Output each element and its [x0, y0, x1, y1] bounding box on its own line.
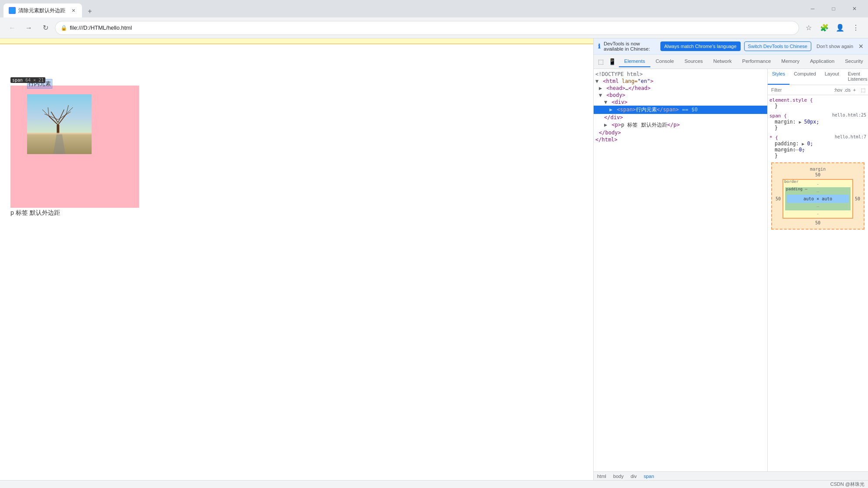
- active-tab[interactable]: 🌐 清除元素默认外边距 ✕: [3, 3, 82, 17]
- switch-language-button[interactable]: Switch DevTools to Chinese: [744, 41, 811, 51]
- window-controls: ─ □ ✕: [803, 2, 865, 16]
- tree-line-doctype[interactable]: <!DOCTYPE html>: [594, 71, 767, 78]
- style-rule-star: * { hello.html:7 padding: ▶ 0; margin: 0…: [769, 134, 866, 159]
- expand-icon: ▼: [595, 78, 600, 84]
- tab-console[interactable]: Console: [650, 56, 679, 67]
- breadcrumb-div[interactable]: div: [631, 474, 637, 479]
- tab-sources[interactable]: Sources: [679, 56, 708, 67]
- span-file: hello.html:25: [832, 113, 866, 117]
- border-dash-bottom: -: [785, 211, 851, 216]
- new-tab-button[interactable]: +: [84, 5, 96, 17]
- inspect-element-icon[interactable]: ⬚: [595, 55, 606, 69]
- border-label: border: [784, 179, 799, 184]
- tab-performance[interactable]: Performance: [737, 56, 776, 67]
- span-margin-prop: margin: ▶ 50px;: [769, 119, 866, 125]
- tree-line-html[interactable]: ▼ <html lang="en">: [594, 78, 767, 85]
- styles-filter: :hov .cls + ⬚: [768, 85, 868, 95]
- subtab-layout[interactable]: Layout: [820, 69, 844, 85]
- notification-close-button[interactable]: ✕: [858, 43, 864, 50]
- filter-input[interactable]: [770, 86, 832, 93]
- margin-prop-name: margin:: [775, 119, 796, 125]
- html-close-tag: </html>: [595, 137, 618, 143]
- margin-val: 50px;: [804, 119, 819, 125]
- element-label: span 64 × 21: [10, 77, 45, 83]
- tree-line-body[interactable]: ▼ <body>: [594, 92, 767, 99]
- expand-icon: ▶: [604, 122, 608, 128]
- extension-icon[interactable]: 🧩: [817, 21, 831, 35]
- padding-triangle: ▶: [802, 141, 807, 146]
- tree-line-div-close[interactable]: </div>: [594, 114, 767, 121]
- tab-strip: 🌐 清除元素默认外边距 ✕ +: [3, 0, 803, 17]
- margin-top-val: 50: [776, 172, 860, 177]
- add-style-icon[interactable]: +: [851, 86, 858, 94]
- margin-triangle: ▶: [799, 120, 804, 124]
- breadcrumb-html[interactable]: html: [597, 474, 606, 479]
- refresh-button[interactable]: ↻: [38, 21, 52, 35]
- svg-rect-3: [57, 125, 59, 134]
- tab-security[interactable]: Security: [840, 56, 868, 67]
- profile-icon[interactable]: 👤: [833, 21, 847, 35]
- address-bar[interactable]: 🔒 file:///D:/HTML/hello.html: [55, 21, 799, 35]
- padding-prop: padding: ▶ 0;: [769, 141, 866, 147]
- html-tag: <html: [603, 78, 619, 84]
- tab-application[interactable]: Application: [805, 56, 840, 67]
- maximize-button[interactable]: □: [824, 2, 844, 16]
- dont-show-again-text[interactable]: Don't show again: [817, 44, 853, 49]
- bookmark-icon[interactable]: ☆: [802, 21, 816, 35]
- margin-right-val: 50: [855, 196, 860, 201]
- browser-statusbar: CSDN @林珠光: [0, 480, 868, 488]
- tree-line-span[interactable]: ▶ <span>行内元素</span> == $0: [594, 106, 767, 114]
- tree-line-html-close[interactable]: </html>: [594, 136, 767, 143]
- head-tag: <head>: [606, 85, 625, 91]
- body-close-tag: </body>: [599, 130, 621, 136]
- new-stylesheet-icon[interactable]: ⬚: [859, 86, 867, 94]
- forward-button[interactable]: →: [22, 21, 36, 35]
- div-tag: <div>: [612, 99, 627, 105]
- tab-network[interactable]: Network: [708, 56, 737, 67]
- subtab-computed[interactable]: Computed: [789, 69, 820, 85]
- devtools-panel: ℹ DevTools is now available in Chinese: …: [593, 38, 868, 480]
- margin-bottom-val: 50: [776, 220, 860, 225]
- title-bar: 🌐 清除元素默认外边距 ✕ + ─ □ ✕: [0, 0, 868, 17]
- padding-box: padding – – auto × auto –: [785, 187, 851, 210]
- hover-hint[interactable]: :hov: [834, 88, 842, 93]
- menu-icon[interactable]: ⋮: [849, 21, 863, 35]
- watermark-text: CSDN @林珠光: [830, 481, 865, 488]
- tree-line-body-close[interactable]: </body>: [594, 129, 767, 136]
- box-model-diagram: margin 50 50 border - paddi: [771, 162, 865, 230]
- span-inner-text: 行内元素: [636, 107, 657, 113]
- p-tag-text: p 标签 默认外边距: [10, 209, 60, 217]
- tree-line-head[interactable]: ▶ <head>…</head>: [594, 85, 767, 92]
- style-rule-span: span { hello.html:25 margin: ▶ 50px; }: [769, 113, 866, 131]
- subtab-styles[interactable]: Styles: [768, 69, 789, 85]
- svg-rect-14: [27, 133, 92, 134]
- cls-hint[interactable]: .cls: [844, 88, 851, 93]
- margin-left-val: 50: [776, 196, 781, 201]
- device-toolbar-icon[interactable]: 📱: [607, 55, 617, 69]
- border-box: border - padding – – auto × auto –: [783, 179, 853, 219]
- tab-memory[interactable]: Memory: [776, 56, 805, 67]
- close-button[interactable]: ✕: [844, 2, 865, 16]
- styles-panel: Styles Computed Layout Event Listeners »…: [768, 69, 868, 471]
- webpage[interactable]: span 64 × 21 行内元素: [0, 38, 593, 480]
- subtab-event-listeners[interactable]: Event Listeners: [844, 69, 868, 85]
- lock-icon: 🔒: [61, 25, 67, 31]
- tab-elements[interactable]: Elements: [619, 56, 650, 67]
- expand-icon: ▶: [599, 85, 603, 91]
- tree-line-div[interactable]: ▼ <div>: [594, 99, 767, 106]
- tree-line-p[interactable]: ▶ <p>p 标签 默认外边距</p>: [594, 121, 767, 129]
- lang-attr: lang=: [622, 78, 638, 84]
- back-button[interactable]: ←: [5, 21, 19, 35]
- breadcrumb-span[interactable]: span: [644, 474, 654, 479]
- match-language-button[interactable]: Always match Chrome's language: [660, 41, 741, 51]
- margin-prop-strikethrough: margin: 0;: [769, 147, 866, 153]
- breadcrumb-body[interactable]: body: [613, 474, 624, 479]
- content-box: auto × auto: [787, 195, 849, 203]
- tab-close-button[interactable]: ✕: [70, 7, 77, 14]
- star-rule-close: }: [769, 153, 866, 159]
- span-selector: span {: [769, 113, 787, 119]
- elements-tree[interactable]: <!DOCTYPE html> ▼ <html lang="en"> ▶ <he…: [594, 69, 768, 471]
- star-selector: * {: [769, 135, 778, 141]
- minimize-button[interactable]: ─: [803, 2, 823, 16]
- devtools-statusbar: html body div span: [594, 471, 868, 480]
